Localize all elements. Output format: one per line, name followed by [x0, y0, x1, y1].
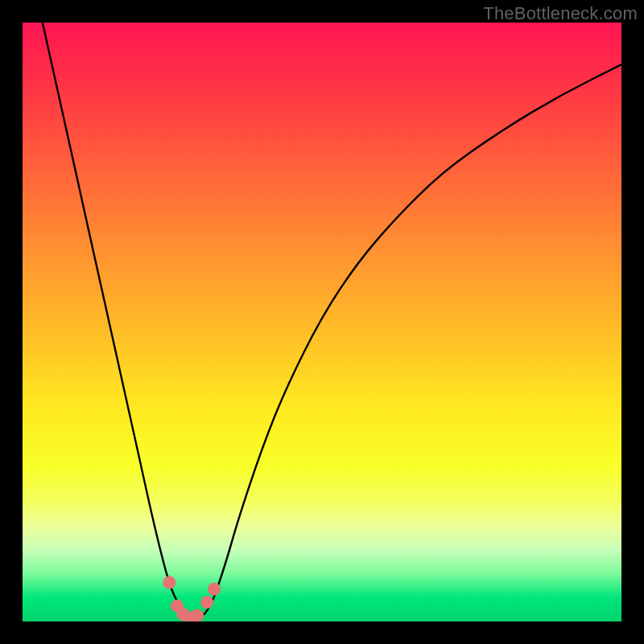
bottleneck-curve-path [23, 23, 621, 617]
curve-marker [200, 596, 213, 609]
watermark-text: TheBottleneck.com [483, 3, 638, 24]
curve-marker [208, 583, 221, 596]
chart-frame: TheBottleneck.com [0, 0, 644, 644]
curve-marker [191, 609, 204, 621]
plot-area [23, 23, 621, 621]
chart-svg [23, 23, 621, 621]
curve-markers [163, 576, 221, 621]
curve-marker [163, 576, 175, 589]
